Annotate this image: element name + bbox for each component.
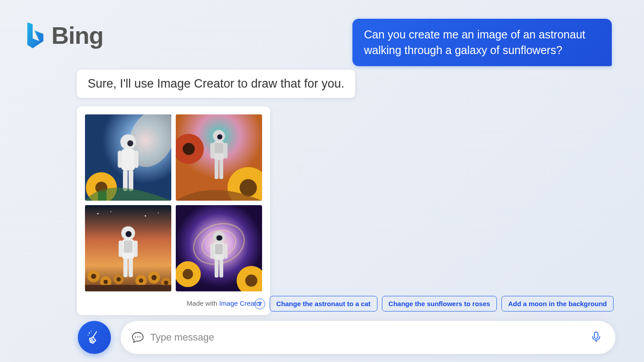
svg-rect-30 [126, 231, 132, 237]
generated-image-4[interactable] [176, 205, 262, 291]
svg-rect-22 [215, 159, 219, 179]
microphone-button[interactable] [588, 328, 605, 347]
svg-rect-49 [85, 285, 171, 291]
svg-rect-8 [134, 151, 139, 168]
svg-line-65 [93, 332, 97, 337]
brand-name: Bing [51, 21, 103, 49]
svg-point-69 [91, 331, 92, 332]
svg-point-25 [97, 213, 99, 215]
svg-rect-34 [134, 240, 138, 257]
svg-rect-74 [594, 332, 598, 338]
new-topic-button[interactable] [78, 321, 111, 354]
svg-rect-62 [224, 244, 228, 259]
svg-rect-33 [119, 240, 123, 257]
suggestion-chip-2[interactable]: Change the sunflowers to roses [382, 296, 497, 311]
generated-image-2[interactable] [176, 114, 262, 201]
svg-rect-36 [128, 258, 133, 277]
suggestion-chip-3[interactable]: Add a moon in the background [501, 296, 614, 311]
svg-rect-64 [219, 260, 223, 278]
svg-point-40 [103, 280, 108, 284]
svg-rect-63 [215, 260, 219, 278]
svg-rect-5 [127, 140, 134, 147]
assistant-message-bubble: Sure, I'll use Image Creator to draw tha… [77, 70, 355, 98]
svg-point-38 [91, 274, 97, 279]
svg-rect-61 [210, 244, 214, 259]
generated-image-1[interactable] [85, 114, 171, 201]
suggestion-chip-1[interactable]: Change the astronaut to a cat [270, 296, 377, 311]
svg-point-44 [139, 278, 144, 283]
svg-rect-35 [123, 258, 128, 277]
user-message-text: Can you create me an image of an astrona… [364, 28, 585, 56]
svg-point-27 [145, 215, 146, 217]
generated-images-grid [85, 114, 262, 291]
svg-point-26 [110, 211, 111, 212]
image-attribution: Made with Image Creator [85, 299, 262, 307]
user-message-bubble: Can you create me an image of an astrona… [352, 19, 612, 66]
svg-rect-21 [224, 143, 228, 159]
attribution-prefix: Made with [187, 299, 220, 307]
svg-point-54 [182, 269, 193, 279]
svg-rect-6 [121, 149, 135, 170]
svg-rect-10 [128, 170, 133, 191]
broom-icon [87, 330, 102, 345]
input-row [78, 321, 615, 354]
svg-rect-32 [124, 240, 132, 253]
svg-point-70 [88, 335, 89, 336]
svg-point-28 [158, 212, 159, 213]
svg-point-73 [140, 337, 141, 338]
svg-rect-23 [219, 159, 223, 179]
svg-point-13 [182, 143, 195, 155]
svg-rect-58 [216, 236, 223, 241]
svg-rect-19 [215, 143, 223, 153]
assistant-message-text: Sure, I'll use Image Creator to draw tha… [88, 77, 344, 90]
chat-icon [131, 331, 144, 344]
generated-image-3[interactable] [85, 205, 171, 291]
generated-images-card: Made with Image Creator [77, 106, 270, 315]
microphone-icon [590, 331, 602, 343]
brand-logo: Bing [25, 21, 103, 49]
svg-point-71 [135, 337, 136, 338]
svg-point-15 [240, 179, 257, 197]
svg-point-72 [137, 337, 139, 338]
svg-point-56 [245, 274, 257, 286]
svg-rect-60 [215, 244, 223, 254]
svg-point-46 [152, 275, 157, 280]
help-icon[interactable]: ? [254, 299, 265, 309]
svg-rect-20 [210, 143, 214, 159]
bing-icon [25, 21, 46, 49]
message-input[interactable] [150, 332, 588, 343]
svg-point-48 [164, 281, 169, 285]
message-input-box[interactable] [121, 321, 615, 354]
suggestions-row: ? Change the astronaut to a cat Change t… [254, 296, 614, 311]
svg-rect-17 [217, 134, 223, 139]
svg-point-42 [116, 277, 121, 282]
svg-point-68 [89, 333, 90, 334]
svg-rect-9 [123, 170, 128, 191]
svg-rect-7 [118, 151, 122, 168]
